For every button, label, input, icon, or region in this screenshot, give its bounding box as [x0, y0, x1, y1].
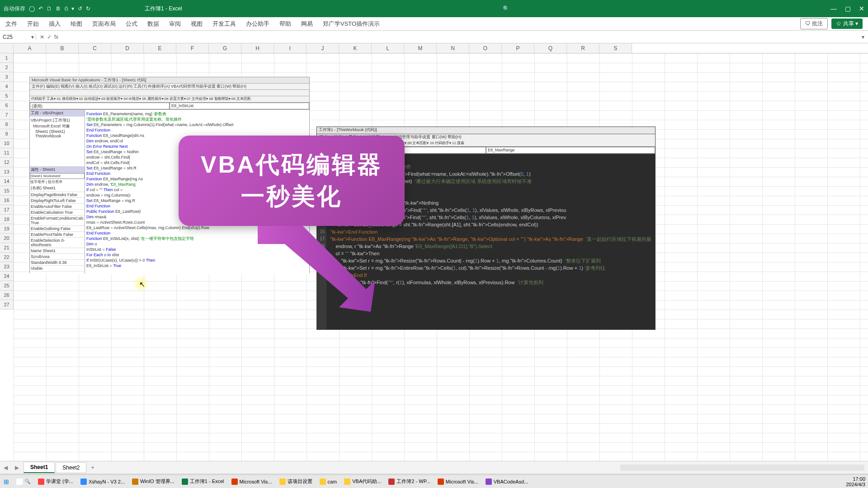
tab-pagelayout[interactable]: 页面布局	[92, 20, 116, 28]
tab-home[interactable]: 开始	[27, 20, 39, 28]
minimize-button[interactable]: —	[830, 5, 837, 12]
taskbar-item[interactable]: WinIO 管理界...	[128, 475, 178, 488]
tab-review[interactable]: 审阅	[169, 20, 181, 28]
row-header[interactable]: 4	[0, 82, 14, 91]
row-header[interactable]: 25	[0, 281, 14, 291]
col-header[interactable]: E	[144, 43, 176, 53]
row-header[interactable]: 8	[0, 120, 14, 129]
row-header[interactable]: 18	[0, 215, 14, 224]
row-header[interactable]: 22	[0, 253, 14, 262]
start-button[interactable]: ⊞	[0, 475, 13, 488]
vba-light-object-dropdown[interactable]: (通用)	[30, 103, 170, 109]
col-header[interactable]: J	[307, 43, 339, 53]
tab-help[interactable]: 帮助	[279, 20, 291, 28]
sheet-nav-prev-icon[interactable]: ◀	[0, 465, 11, 471]
row-header[interactable]: 17	[0, 205, 14, 215]
col-header[interactable]: H	[241, 43, 274, 53]
taskbar-item[interactable]: Microsoft Vis...	[228, 475, 276, 488]
comments-button[interactable]: 🗨 批注	[800, 18, 828, 29]
tab-formulas[interactable]: 公式	[126, 20, 137, 28]
col-header[interactable]: A	[14, 43, 46, 53]
qat-more-icon[interactable]: ▾	[71, 5, 74, 12]
row-header[interactable]: 20	[0, 234, 14, 243]
row-header[interactable]: 2	[0, 63, 14, 72]
col-header[interactable]: F	[176, 43, 209, 53]
row-header[interactable]: 12	[0, 158, 14, 167]
tab-view[interactable]: 视图	[191, 20, 203, 28]
col-header[interactable]: G	[209, 43, 241, 53]
row-header[interactable]: 26	[0, 291, 14, 300]
col-header[interactable]: K	[339, 43, 372, 53]
row-header[interactable]: 14	[0, 177, 14, 186]
taskbar-item[interactable]: VBA代码助...	[340, 475, 385, 488]
row-header[interactable]: 19	[0, 224, 14, 234]
vba-light-menubar[interactable]: 文件(F) 编辑(E) 视图(V) 插入(I) 格式(O) 调试(D) 运行(R…	[30, 84, 309, 90]
qat-redo-icon[interactable]: ↻	[86, 5, 90, 12]
col-header[interactable]: C	[79, 43, 111, 53]
maximize-button[interactable]: ▢	[845, 5, 851, 12]
formula-cancel-icon[interactable]: ✕	[40, 34, 44, 40]
tab-file[interactable]: 文件	[5, 20, 17, 28]
formula-enter-icon[interactable]: ✓	[47, 34, 52, 40]
row-header[interactable]: 16	[0, 196, 14, 205]
select-all-corner[interactable]	[0, 43, 14, 53]
tab-data[interactable]: 数据	[147, 20, 159, 28]
row-header[interactable]: 6	[0, 101, 14, 110]
col-header[interactable]: N	[437, 43, 469, 53]
tab-vsto[interactable]: 郑广学VSTO插件演示	[323, 20, 380, 28]
row-header[interactable]: 9	[0, 129, 14, 139]
share-button[interactable]: ☆ 共享 ▾	[831, 19, 863, 29]
taskbar-item[interactable]: 🔍	[13, 475, 34, 488]
properties-object[interactable]: Sheet1 Worksheet	[30, 173, 85, 179]
close-button[interactable]: ✕	[859, 5, 864, 12]
col-header[interactable]: M	[404, 43, 437, 53]
row-header[interactable]: 23	[0, 262, 14, 272]
tab-developer[interactable]: 开发工具	[212, 20, 236, 28]
row-header[interactable]: 21	[0, 243, 14, 253]
row-header[interactable]: 15	[0, 186, 14, 196]
row-header[interactable]: 3	[0, 72, 14, 82]
row-header[interactable]: 24	[0, 272, 14, 281]
col-header[interactable]: P	[502, 43, 534, 53]
col-header[interactable]: L	[372, 43, 404, 53]
tab-insert[interactable]: 插入	[49, 20, 61, 28]
row-header[interactable]: 11	[0, 148, 14, 158]
tab-draw[interactable]: 绘图	[71, 20, 82, 28]
properties-tabs[interactable]: 按字母序 | 按分类序	[30, 179, 85, 185]
fx-icon[interactable]: fx	[54, 34, 58, 40]
taskbar-item[interactable]: cam	[316, 475, 341, 488]
taskbar-item[interactable]: Microsoft Vis...	[434, 475, 482, 488]
qat-undo-icon[interactable]: ↶	[38, 5, 43, 12]
taskbar-item[interactable]: 工作簿1 - Excel	[178, 475, 228, 488]
vba-dark-proc-dropdown[interactable]: E8_MaxRange	[486, 147, 655, 154]
horizontal-scrollbar[interactable]	[620, 465, 864, 471]
autosave-toggle[interactable]: ◯	[29, 5, 35, 12]
taskbar-item[interactable]: 工作簿2 - WP...	[385, 475, 434, 488]
formula-expand-icon[interactable]: ▾	[858, 34, 868, 40]
name-box-dropdown-icon[interactable]: ▾	[31, 34, 34, 40]
name-box[interactable]: C25 ▾	[0, 34, 36, 40]
tab-office[interactable]: 办公助手	[246, 20, 269, 28]
qat-new-icon[interactable]: 🗋	[47, 5, 52, 12]
col-header[interactable]: Q	[534, 43, 567, 53]
col-header[interactable]: R	[567, 43, 599, 53]
row-header[interactable]: 5	[0, 91, 14, 101]
vba-light-proc-dropdown[interactable]: E8_InStrList	[170, 103, 309, 109]
taskbar-item[interactable]: 学课堂 (学...	[34, 475, 77, 488]
vba-light-toolbar2[interactable]: 代码助手 工具▾ 01 保存模块▾ 02 自动缩进▾ 03 收缩展开▾ 04 I…	[30, 96, 309, 103]
col-header[interactable]: D	[111, 43, 144, 53]
row-header[interactable]: 27	[0, 300, 14, 310]
search-icon[interactable]: 🔍	[503, 5, 509, 12]
taskbar-item[interactable]: VBACodeAsd...	[482, 475, 532, 488]
vba-light-toolbar[interactable]	[30, 90, 309, 96]
taskbar-clock[interactable]: 17:002024/4/3	[846, 476, 868, 487]
taskbar-item[interactable]: XshayN - V3 2...	[77, 475, 128, 488]
qat-save-icon[interactable]: 🗎	[56, 5, 61, 12]
add-sheet-button[interactable]: +	[91, 465, 94, 471]
sheet-tab[interactable]: Sheet2	[56, 462, 86, 473]
col-header[interactable]: B	[46, 43, 79, 53]
row-header[interactable]: 13	[0, 167, 14, 177]
qat-print-icon[interactable]: ⎙	[65, 5, 68, 12]
col-header[interactable]: I	[274, 43, 307, 53]
tab-netease[interactable]: 网易	[301, 20, 313, 28]
